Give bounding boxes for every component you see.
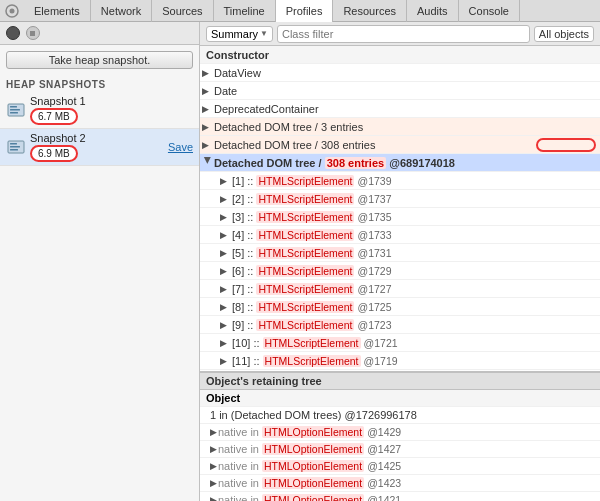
expand-arrow-icon[interactable]: ▶	[220, 320, 232, 330]
all-objects-selector[interactable]: All objects	[534, 26, 594, 42]
list-item[interactable]: ▶ Date	[200, 82, 600, 100]
svg-rect-8	[10, 146, 20, 148]
retaining-tree-area: Object's retaining tree Object 1 in (Det…	[200, 371, 600, 501]
expand-arrow-icon[interactable]: ▶	[220, 212, 232, 222]
script-8-label: [8] :: HTMLScriptElement @1725	[232, 301, 598, 313]
deprecated-container-label: DeprecatedContainer	[214, 103, 598, 115]
list-item[interactable]: ▶ Detached DOM tree / 308 entries	[200, 136, 600, 154]
retaining-5-label: native in HTMLOptionElement @1423	[218, 477, 594, 489]
tab-resources[interactable]: Resources	[333, 0, 407, 22]
svg-rect-5	[10, 112, 18, 114]
tab-console[interactable]: Console	[459, 0, 520, 22]
list-item[interactable]: ▶ Detached DOM tree / 3 entries	[200, 118, 600, 136]
list-item[interactable]: ▶ native in HTMLOptionElement @1421	[200, 492, 600, 501]
script-6-label: [6] :: HTMLScriptElement @1729	[232, 265, 598, 277]
svg-rect-3	[10, 106, 17, 108]
expand-arrow-icon[interactable]: ▶	[220, 356, 232, 366]
tab-network[interactable]: Network	[91, 0, 152, 22]
list-item[interactable]: ▶ [8] :: HTMLScriptElement @1725	[200, 298, 600, 316]
constructor-label: Constructor	[202, 49, 269, 61]
expand-arrow-icon[interactable]: ▶	[202, 104, 214, 114]
tab-profiles[interactable]: Profiles	[276, 0, 334, 22]
script-7-label: [7] :: HTMLScriptElement @1727	[232, 283, 598, 295]
list-item[interactable]: 1 in (Detached DOM trees) @1726996178	[200, 407, 600, 424]
list-item[interactable]: ▶ Detached DOM tree / 308 entries @68917…	[200, 154, 600, 172]
object-header-row: Object	[200, 390, 600, 407]
script-2-label: [2] :: HTMLScriptElement @1737	[232, 193, 598, 205]
expand-arrow-icon[interactable]: ▶	[202, 68, 214, 78]
retaining-section-label: Object's retaining tree	[200, 372, 600, 390]
nav-tabs: Elements Network Sources Timeline Profil…	[24, 0, 520, 22]
top-nav-bar: Elements Network Sources Timeline Profil…	[0, 0, 600, 22]
expand-arrow-icon[interactable]: ▶	[206, 461, 218, 471]
snapshot-1-info: Snapshot 1 6.7 MB	[30, 95, 193, 125]
snapshot-2-icon	[6, 137, 26, 157]
right-panel: Summary ▼ All objects Constructor ▶ Data…	[200, 22, 600, 501]
expand-arrow-icon[interactable]: ▶	[220, 302, 232, 312]
expand-arrow-icon[interactable]: ▶	[203, 157, 213, 169]
constructor-header: Constructor	[200, 46, 600, 64]
expand-arrow-icon[interactable]: ▶	[206, 427, 218, 437]
heap-snapshots-title: HEAP SNAPSHOTS	[0, 75, 199, 92]
class-filter-input[interactable]	[277, 25, 530, 43]
devtools-window: Elements Network Sources Timeline Profil…	[0, 0, 600, 501]
expand-arrow-icon[interactable]: ▶	[220, 176, 232, 186]
expand-arrow-icon[interactable]: ▶	[202, 140, 214, 150]
controls-bar: ⏹	[0, 22, 199, 45]
expand-arrow-icon[interactable]: ▶	[206, 478, 218, 488]
view-selector[interactable]: Summary ▼	[206, 26, 273, 42]
expand-arrow-icon[interactable]: ▶	[220, 194, 232, 204]
tab-sources[interactable]: Sources	[152, 0, 213, 22]
highlight-circle-icon	[536, 138, 596, 152]
snapshot-2-item[interactable]: Snapshot 2 6.9 MB Save	[0, 129, 199, 166]
devtools-logo-icon	[4, 3, 20, 19]
tab-audits[interactable]: Audits	[407, 0, 459, 22]
script-9-label: [9] :: HTMLScriptElement @1723	[232, 319, 598, 331]
view-arrow-icon: ▼	[260, 29, 268, 38]
list-item[interactable]: ▶ [1] :: HTMLScriptElement @1739	[200, 172, 600, 190]
list-item[interactable]: ▶ [7] :: HTMLScriptElement @1727	[200, 280, 600, 298]
list-item[interactable]: ▶ native in HTMLOptionElement @1425	[200, 458, 600, 475]
tab-elements[interactable]: Elements	[24, 0, 91, 22]
list-item[interactable]: ▶ DataView	[200, 64, 600, 82]
take-heap-snapshot-button[interactable]: Take heap snapshot.	[6, 51, 193, 69]
list-item[interactable]: ▶ [6] :: HTMLScriptElement @1729	[200, 262, 600, 280]
snapshot-1-item[interactable]: Snapshot 1 6.7 MB	[0, 92, 199, 129]
panel-toolbar: Summary ▼ All objects	[200, 22, 600, 46]
list-item[interactable]: ▶ [11] :: HTMLScriptElement @1719	[200, 352, 600, 370]
list-item[interactable]: ▶ [2] :: HTMLScriptElement @1737	[200, 190, 600, 208]
snapshot-2-save[interactable]: Save	[168, 141, 193, 153]
expand-arrow-icon[interactable]: ▶	[220, 266, 232, 276]
list-item[interactable]: ▶ [10] :: HTMLScriptElement @1721	[200, 334, 600, 352]
snapshot-2-info: Snapshot 2 6.9 MB	[30, 132, 168, 162]
script-3-label: [3] :: HTMLScriptElement @1735	[232, 211, 598, 223]
list-item[interactable]: ▶ native in HTMLOptionElement @1429	[200, 424, 600, 441]
list-item[interactable]: ▶ native in HTMLOptionElement @1423	[200, 475, 600, 492]
retaining-4-label: native in HTMLOptionElement @1425	[218, 460, 594, 472]
expand-arrow-icon[interactable]: ▶	[202, 122, 214, 132]
main-layout: ⏹ Take heap snapshot. HEAP SNAPSHOTS	[0, 22, 600, 501]
expand-arrow-icon[interactable]: ▶	[206, 444, 218, 454]
script-11-label: [11] :: HTMLScriptElement @1719	[232, 355, 598, 367]
list-item[interactable]: ▶ [5] :: HTMLScriptElement @1731	[200, 244, 600, 262]
object-header-label: Object	[206, 392, 240, 404]
snapshot-1-name: Snapshot 1	[30, 95, 193, 107]
list-item[interactable]: ▶ [9] :: HTMLScriptElement @1723	[200, 316, 600, 334]
expand-arrow-icon[interactable]: ▶	[220, 284, 232, 294]
svg-rect-4	[10, 109, 20, 111]
snapshot-2-size: 6.9 MB	[30, 145, 78, 162]
list-item[interactable]: ▶ DeprecatedContainer	[200, 100, 600, 118]
list-item[interactable]: ▶ [4] :: HTMLScriptElement @1733	[200, 226, 600, 244]
expand-arrow-icon[interactable]: ▶	[220, 338, 232, 348]
record-button[interactable]	[6, 26, 20, 40]
detached-dom-selected-label: Detached DOM tree / 308 entries @6891740…	[214, 157, 598, 169]
expand-arrow-icon[interactable]: ▶	[202, 86, 214, 96]
expand-arrow-icon[interactable]: ▶	[220, 248, 232, 258]
list-item[interactable]: ▶ [3] :: HTMLScriptElement @1735	[200, 208, 600, 226]
tab-timeline[interactable]: Timeline	[214, 0, 276, 22]
list-item[interactable]: ▶ native in HTMLOptionElement @1427	[200, 441, 600, 458]
snapshot-2-name: Snapshot 2	[30, 132, 168, 144]
stop-button[interactable]: ⏹	[26, 26, 40, 40]
expand-arrow-icon[interactable]: ▶	[206, 495, 218, 501]
expand-arrow-icon[interactable]: ▶	[220, 230, 232, 240]
